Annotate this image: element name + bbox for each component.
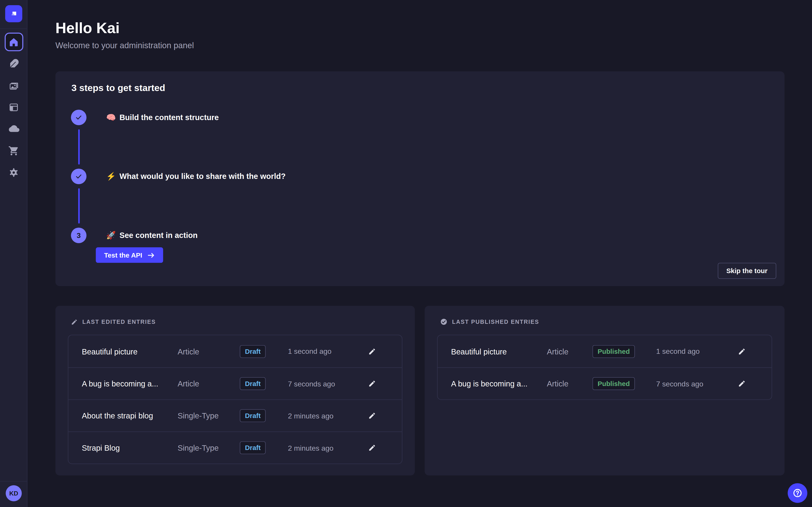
pencil-icon — [368, 444, 376, 452]
entry-updated-time: 7 seconds ago — [288, 380, 368, 388]
entry-updated-time: 1 second ago — [656, 347, 738, 355]
lightning-emoji-icon: ⚡ — [106, 171, 116, 182]
entry-title[interactable]: Strapi Blog — [82, 443, 178, 452]
test-api-button[interactable]: Test the API — [96, 247, 163, 263]
table-row: A bug is becoming a... Article Draft 7 s… — [68, 367, 402, 399]
entry-type: Article — [178, 379, 240, 388]
step-3-label: 🚀See content in action — [106, 230, 198, 241]
sidebar-item-settings[interactable] — [4, 163, 23, 182]
table-row: Beautiful picture Article Published 1 se… — [438, 335, 772, 367]
pencil-icon — [368, 412, 376, 419]
images-icon — [8, 80, 19, 91]
last-published-table: Beautiful picture Article Published 1 se… — [437, 335, 772, 400]
tour-title: 3 steps to get started — [71, 83, 165, 94]
page-title: Hello Kai — [55, 19, 120, 37]
sidebar-divider — [0, 29, 27, 29]
status-badge: Published — [593, 345, 635, 357]
brain-emoji-icon: 🧠 — [106, 112, 116, 123]
skip-tour-button[interactable]: Skip the tour — [717, 263, 776, 279]
entry-title[interactable]: About the strapi blog — [82, 411, 178, 420]
status-badge: Published — [593, 377, 635, 390]
step-connector — [78, 129, 80, 165]
pencil-icon — [368, 347, 376, 355]
step-1-completed-indicator — [71, 110, 87, 125]
entry-title[interactable]: A bug is becoming a... — [451, 379, 547, 388]
status-badge: Draft — [240, 409, 266, 422]
sidebar-nav — [0, 33, 28, 182]
entry-title[interactable]: A bug is becoming a... — [82, 379, 178, 388]
table-row: A bug is becoming a... Article Published… — [438, 367, 772, 399]
last-edited-title: LAST EDITED ENTRIES — [82, 319, 156, 325]
edit-entry-button[interactable] — [368, 347, 376, 355]
edit-entry-button[interactable] — [368, 412, 376, 419]
gear-icon — [8, 167, 19, 178]
cart-icon — [8, 145, 19, 156]
strapi-admin-dashboard: KD Hello Kai Welcome to your administrat… — [0, 0, 812, 507]
home-icon — [8, 37, 19, 47]
check-icon — [75, 173, 82, 180]
sidebar-item-media-library[interactable] — [4, 76, 23, 95]
step-1-label: 🧠Build the content structure — [106, 112, 219, 123]
entry-updated-time: 7 seconds ago — [656, 380, 738, 388]
check-circle-icon — [440, 318, 448, 325]
entry-updated-time: 2 minutes ago — [288, 444, 368, 452]
layout-icon — [8, 102, 19, 112]
guided-tour-card: 3 steps to get started 🧠Build the conten… — [55, 71, 785, 286]
status-badge: Draft — [240, 377, 266, 390]
edit-entry-button[interactable] — [738, 347, 746, 355]
entry-title[interactable]: Beautiful picture — [451, 347, 547, 355]
entry-type: Single-Type — [178, 411, 240, 420]
status-badge: Draft — [240, 441, 266, 454]
sidebar-item-deploy[interactable] — [4, 119, 23, 138]
entry-type: Single-Type — [178, 443, 240, 452]
page-subtitle: Welcome to your administration panel — [55, 41, 194, 50]
edit-entry-button[interactable] — [368, 380, 376, 387]
entry-updated-time: 1 second ago — [288, 347, 368, 355]
last-edited-entries-card: LAST EDITED ENTRIES Beautiful picture Ar… — [55, 306, 415, 475]
table-row: Strapi Blog Single-Type Draft 2 minutes … — [68, 432, 402, 463]
arrow-right-icon — [147, 251, 154, 259]
strapi-logo-icon — [9, 9, 19, 19]
help-button[interactable] — [788, 483, 807, 503]
strapi-logo[interactable] — [5, 5, 22, 22]
rocket-emoji-icon: 🚀 — [106, 230, 116, 241]
sidebar: KD — [0, 0, 28, 507]
question-circle-icon — [793, 488, 803, 498]
edit-entry-button[interactable] — [738, 380, 746, 387]
status-badge: Draft — [240, 345, 266, 357]
step-2-completed-indicator — [71, 169, 87, 184]
sidebar-item-marketplace[interactable] — [4, 141, 23, 160]
check-icon — [75, 114, 82, 121]
pencil-icon — [71, 319, 78, 325]
entry-title[interactable]: Beautiful picture — [82, 347, 178, 355]
last-published-header: LAST PUBLISHED ENTRIES — [437, 318, 772, 325]
pencil-icon — [368, 380, 376, 387]
pencil-icon — [738, 347, 746, 355]
sidebar-divider — [0, 481, 27, 482]
last-edited-header: LAST EDITED ENTRIES — [68, 318, 402, 325]
feather-icon — [8, 58, 19, 69]
user-avatar[interactable]: KD — [6, 485, 22, 501]
sidebar-item-home[interactable] — [4, 33, 23, 51]
entry-updated-time: 2 minutes ago — [288, 411, 368, 420]
step-2-label: ⚡What would you like to share with the w… — [106, 171, 286, 182]
edit-entry-button[interactable] — [368, 444, 376, 452]
table-row: Beautiful picture Article Draft 1 second… — [68, 335, 402, 367]
last-edited-table: Beautiful picture Article Draft 1 second… — [68, 335, 402, 464]
table-row: About the strapi blog Single-Type Draft … — [68, 399, 402, 431]
last-published-title: LAST PUBLISHED ENTRIES — [452, 319, 539, 325]
step-connector — [78, 188, 80, 224]
sidebar-item-content-manager[interactable] — [4, 54, 23, 73]
step-3-number-indicator: 3 — [71, 228, 87, 243]
sidebar-item-content-type-builder[interactable] — [4, 98, 23, 116]
entry-type: Article — [547, 347, 592, 355]
entry-type: Article — [178, 347, 240, 355]
entry-type: Article — [547, 379, 592, 388]
cloud-icon — [8, 123, 19, 134]
last-published-entries-card: LAST PUBLISHED ENTRIES Beautiful picture… — [425, 306, 785, 475]
pencil-icon — [738, 380, 746, 387]
